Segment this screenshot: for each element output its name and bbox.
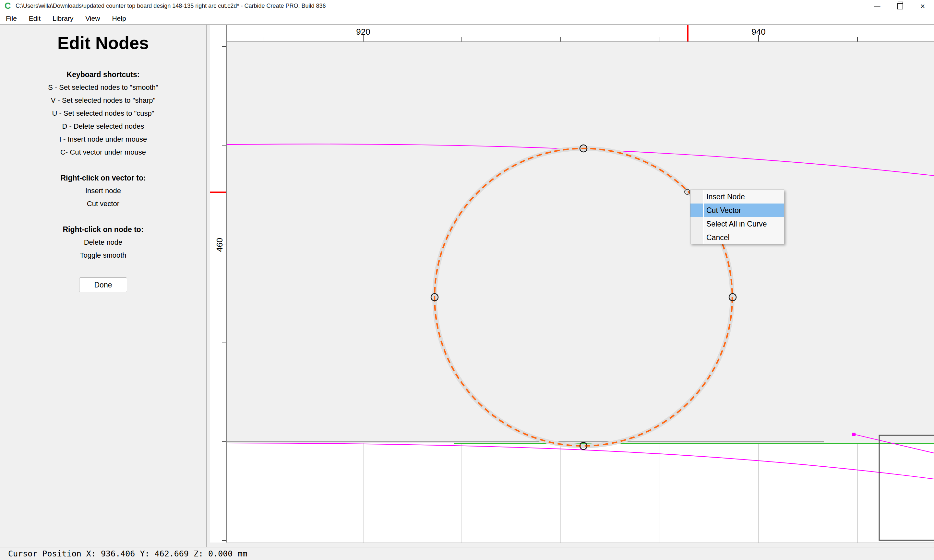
- help-line: Insert node: [0, 185, 206, 197]
- close-icon: ✕: [920, 3, 925, 10]
- section-heading: Keyboard shortcuts:: [0, 68, 206, 81]
- ruler-label: 940: [746, 27, 772, 37]
- help-line: V - Set selected nodes to "sharp": [0, 94, 206, 107]
- menu-file[interactable]: File: [6, 15, 17, 22]
- ruler-tick: [222, 343, 226, 343]
- ruler-tick: [264, 37, 264, 42]
- context-menu: Insert NodeCut VectorSelect All in Curve…: [690, 189, 784, 244]
- ruler-tick: [857, 37, 858, 42]
- help-line: D - Delete selected nodes: [0, 120, 206, 133]
- ruler-tick: [461, 37, 462, 42]
- menu-bar: FileEditLibraryViewHelp: [0, 12, 934, 25]
- application-window: C C:\Users\willa\Downloads\updated count…: [0, 0, 934, 560]
- design-viewport[interactable]: [227, 42, 934, 543]
- cursor-position-readout: Cursor Position X: 936.406 Y: 462.669 Z:…: [8, 549, 247, 558]
- help-line: S - Set selected nodes to "smooth": [0, 81, 206, 94]
- panel-help-sections: Keyboard shortcuts:S - Set selected node…: [0, 68, 206, 262]
- menu-library[interactable]: Library: [52, 15, 73, 22]
- help-line: U - Set selected nodes to "cusp": [0, 107, 206, 120]
- section-heading: Right-click on node to:: [0, 223, 206, 236]
- cursor-position-mark-horizontal: [687, 25, 689, 42]
- title-bar: C C:\Users\willa\Downloads\updated count…: [0, 0, 934, 12]
- status-bar: Cursor Position X: 936.406 Y: 462.669 Z:…: [0, 547, 934, 560]
- menu-help[interactable]: Help: [112, 15, 126, 22]
- context-menu-item-cancel[interactable]: Cancel: [690, 231, 784, 245]
- restore-button[interactable]: [889, 0, 911, 12]
- help-line: I - Insert node under mouse: [0, 133, 206, 146]
- app-logo-icon: C: [5, 1, 11, 11]
- ruler-vertical: 460: [210, 25, 227, 543]
- edit-nodes-panel: Edit Nodes Keyboard shortcuts:S - Set se…: [0, 25, 207, 547]
- help-line: Delete node: [0, 236, 206, 249]
- cursor-position-mark-vertical: [210, 192, 226, 193]
- help-line: Cut vector: [0, 197, 206, 210]
- minimize-icon: —: [874, 3, 880, 10]
- menu-view[interactable]: View: [85, 15, 100, 22]
- ruler-tick: [222, 145, 226, 146]
- outside-stock-region: [227, 42, 934, 443]
- ruler-horizontal: 920940: [210, 25, 934, 42]
- context-menu-item-insert-node[interactable]: Insert Node: [690, 190, 784, 203]
- window-controls: —✕: [866, 0, 934, 12]
- restore-icon: [897, 3, 903, 9]
- panel-title: Edit Nodes: [0, 33, 206, 52]
- magenta-endpoint-marker[interactable]: [852, 432, 855, 436]
- menu-edit[interactable]: Edit: [29, 15, 40, 22]
- context-menu-item-select-all-in-curve[interactable]: Select All in Curve: [690, 217, 784, 231]
- ruler-label: 920: [350, 27, 376, 37]
- done-button[interactable]: Done: [79, 277, 127, 292]
- ruler-tick: [660, 37, 660, 42]
- ruler-tick: [222, 442, 226, 442]
- ruler-tick: [560, 37, 561, 42]
- grid-lines: [264, 443, 857, 543]
- section-heading: Right-click on vector to:: [0, 171, 206, 185]
- help-line: Toggle smooth: [0, 249, 206, 262]
- canvas-area: 920940 460: [207, 25, 934, 547]
- minimize-button[interactable]: —: [866, 0, 889, 12]
- ruler-tick: [222, 46, 226, 47]
- context-menu-separator: [703, 190, 704, 244]
- ruler-tick: [222, 540, 226, 541]
- close-button[interactable]: ✕: [911, 0, 934, 12]
- window-title: C:\Users\willa\Downloads\updated counter…: [15, 3, 326, 9]
- ruler-label: 460: [215, 232, 225, 258]
- context-menu-item-cut-vector[interactable]: Cut Vector: [690, 203, 784, 217]
- help-line: C- Cut vector under mouse: [0, 146, 206, 159]
